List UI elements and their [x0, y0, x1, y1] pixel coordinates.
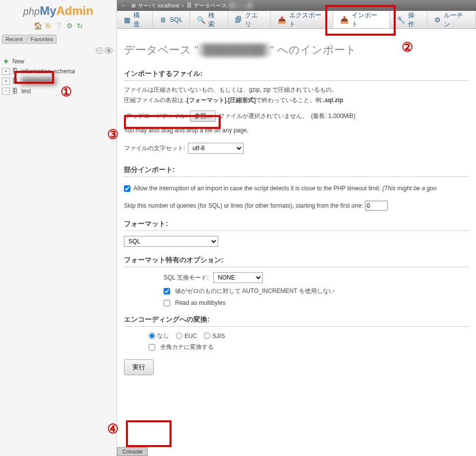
- tree-item[interactable]: + 🗄 ████████: [0, 76, 117, 86]
- tree-item-label: test: [20, 87, 32, 95]
- logout-icon[interactable]: ⎘: [46, 22, 50, 30]
- export-icon: 📤: [278, 16, 286, 24]
- dragdrop-hint: You may also drag and drop a file on any…: [124, 127, 469, 134]
- charset-row: ファイルの文字セット: utf-8: [124, 143, 243, 154]
- recent-tab[interactable]: Recent: [2, 35, 26, 44]
- sql-mode-select[interactable]: NONE: [213, 272, 263, 283]
- enc-sjis-radio[interactable]: [204, 333, 210, 339]
- breadcrumb-database[interactable]: 🗄 データベース: ████: [186, 2, 251, 9]
- no-file-text: ファイルが選択されていません。: [219, 112, 308, 120]
- db-icon: 🗄: [11, 68, 19, 75]
- sidebar-icon-row: 🏠 ⎘ ❔ ⚙ ↻: [0, 20, 117, 34]
- autoinc-checkbox[interactable]: [164, 288, 170, 294]
- interrupt-checkbox[interactable]: [124, 185, 130, 192]
- main: ← 🖥 サーバ: localhost » 🗄 データベース: ████ ▦構造 …: [117, 0, 476, 456]
- sidebar-tabs: Recent Favorites: [0, 34, 117, 45]
- encoding-radios: なし EUC SJIS: [149, 332, 469, 340]
- tree-item-label: information_schema: [20, 67, 76, 75]
- tab-export[interactable]: 📤エクスポート: [271, 11, 334, 28]
- tab-label: クエリ: [245, 11, 263, 29]
- tab-label: SQL: [170, 16, 182, 23]
- enc-euc-radio[interactable]: [176, 333, 182, 339]
- tab-routines[interactable]: ⚙ルーチン: [427, 11, 476, 28]
- section-import-file: インポートするファイル:: [124, 69, 469, 81]
- title-suffix: " へのインポート: [270, 44, 357, 56]
- tree-collapse-icon[interactable]: −: [2, 88, 10, 95]
- home-icon[interactable]: 🏠: [34, 22, 42, 30]
- zenkaku-row: 全角カナに変換する: [149, 343, 469, 351]
- section-format: フォーマット:: [124, 220, 469, 231]
- zenkaku-label: 全角カナに変換する: [160, 343, 214, 351]
- structure-icon: ▦: [124, 16, 130, 24]
- tree-new[interactable]: ✚ New: [0, 57, 117, 66]
- multibyte-checkbox[interactable]: [164, 300, 170, 306]
- favorites-tab[interactable]: Favorites: [27, 35, 57, 44]
- import-desc2: 圧縮ファイルの名前は .[フォーマット].[圧縮形式]で終わっていること。例:.…: [124, 96, 469, 105]
- new-icon: ✚: [2, 58, 10, 65]
- db-icon: 🗄: [11, 88, 19, 95]
- settings-icon[interactable]: ⚙: [66, 22, 73, 30]
- section-fso: フォーマット特有のオプション:: [124, 256, 469, 267]
- enc-euc-label: EUC: [184, 333, 197, 340]
- enc-none-radio[interactable]: [149, 333, 155, 339]
- section-encoding: エンコーディングへの変換:: [124, 315, 469, 327]
- tab-query[interactable]: 🗐クエリ: [228, 11, 271, 28]
- server-value: localhost: [158, 2, 179, 8]
- tree-expand-icon[interactable]: +: [2, 78, 10, 85]
- expand-icon[interactable]: ⊕: [105, 48, 113, 54]
- zenkaku-checkbox[interactable]: [149, 344, 155, 350]
- chevron-right-icon: »: [181, 2, 184, 8]
- query-icon: 🗐: [235, 16, 242, 24]
- routines-icon: ⚙: [434, 16, 441, 24]
- tree-expand-icon[interactable]: +: [2, 68, 10, 75]
- autoinc-label: 値がゼロのものに対して AUTO_INCREMENT を使用しない: [175, 287, 335, 295]
- logo-admin: Admin: [57, 4, 94, 17]
- tab-label: 構造: [133, 11, 145, 29]
- breadcrumb-server[interactable]: 🖥 サーバ: localhost: [130, 2, 179, 9]
- logo-my: My: [40, 4, 56, 17]
- tree-new-label: New: [11, 57, 26, 65]
- tab-operations[interactable]: 🔧操作: [390, 11, 427, 28]
- tab-search[interactable]: 🔍検索: [190, 11, 228, 28]
- skip-input[interactable]: [365, 201, 388, 211]
- tree-item[interactable]: − 🗄 test: [0, 86, 117, 96]
- charset-select[interactable]: utf-8: [188, 143, 243, 154]
- tab-label: エクスポート: [289, 11, 326, 29]
- back-icon[interactable]: ←: [121, 2, 126, 8]
- enc-none-label: なし: [157, 332, 169, 340]
- tree-item[interactable]: + 🗄 information_schema: [0, 66, 117, 76]
- tree-item-label: ████████: [20, 77, 58, 86]
- db-label: データベース:: [194, 2, 228, 9]
- content: データベース "████████" へのインポート インポートするファイル: フ…: [117, 29, 476, 385]
- tab-import[interactable]: 📥インポート: [333, 11, 390, 28]
- reload-icon[interactable]: ↻: [77, 22, 83, 30]
- title-prefix: データベース ": [124, 44, 198, 56]
- skip-label: Skip this number of queries (for SQL) or…: [124, 202, 363, 209]
- tab-label: 検索: [208, 11, 220, 29]
- collapse-icon[interactable]: ─: [96, 48, 103, 54]
- interrupt-label: Allow the interruption of an import in c…: [133, 185, 436, 192]
- operations-icon: 🔧: [397, 16, 405, 24]
- browse-button[interactable]: 参照...: [190, 111, 216, 122]
- multibyte-label: Read as multibytes: [175, 299, 226, 306]
- server-icon: 🖥: [130, 2, 136, 8]
- sql-mode-label: SQL 互換モード:: [164, 274, 208, 282]
- console-tab[interactable]: Console: [117, 447, 148, 456]
- tab-structure[interactable]: ▦構造: [117, 11, 153, 28]
- charset-label: ファイルの文字セット:: [124, 144, 185, 153]
- page-title: データベース "████████" へのインポート: [124, 43, 469, 57]
- upload-label: アップロードファイル:: [126, 112, 187, 120]
- docs-icon[interactable]: ❔: [54, 22, 62, 30]
- logo: phpMyAdmin: [0, 0, 117, 20]
- format-select[interactable]: SQL: [124, 236, 218, 247]
- execute-button[interactable]: 実行: [124, 359, 154, 375]
- logo-php: php: [23, 6, 40, 17]
- breadcrumb: ← 🖥 サーバ: localhost » 🗄 データベース: ████: [117, 0, 476, 11]
- server-label: サーバ:: [138, 2, 156, 9]
- tab-sql[interactable]: 🗎SQL: [153, 11, 190, 28]
- import-icon: 📥: [340, 16, 349, 24]
- collapse-row: ─ ⊕: [0, 45, 117, 56]
- db-icon: 🗄: [186, 2, 192, 8]
- skip-row: Skip this number of queries (for SQL) or…: [124, 201, 469, 211]
- tab-label: インポート: [352, 11, 382, 29]
